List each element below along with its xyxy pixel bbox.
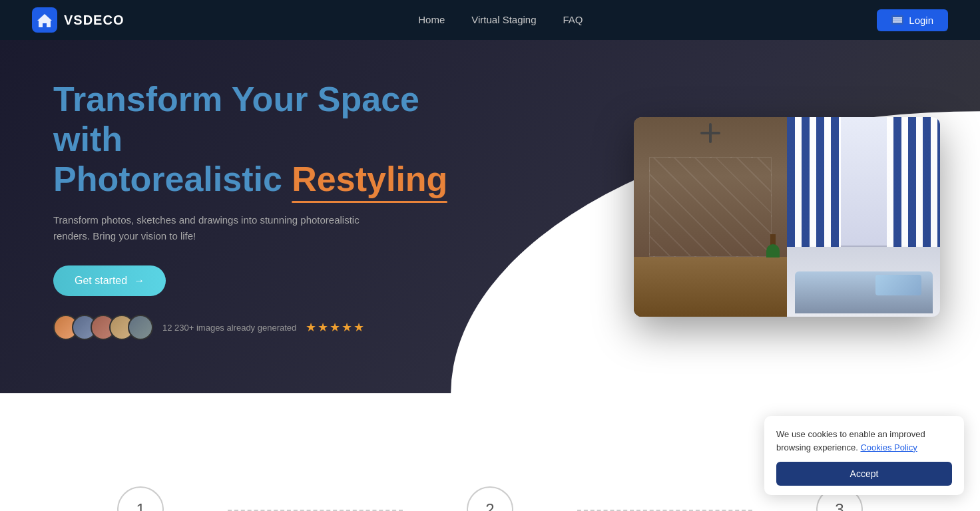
flag-icon bbox=[891, 15, 903, 25]
login-label: Login bbox=[909, 15, 933, 26]
after-image bbox=[787, 117, 940, 317]
nav-right: Login bbox=[877, 9, 948, 31]
avatar bbox=[128, 315, 153, 340]
hero-title-line1: Transform Your Space with bbox=[53, 80, 419, 158]
star-rating: ★★★★★ bbox=[306, 320, 366, 335]
cookie-banner: We use cookies to enable an improved bro… bbox=[764, 416, 964, 495]
hero-title: Transform Your Space with Photorealistic… bbox=[53, 80, 466, 199]
svg-rect-3 bbox=[893, 17, 902, 19]
sofa-area bbox=[787, 247, 940, 317]
plant bbox=[766, 234, 780, 261]
step-number-2: 2 bbox=[485, 500, 494, 511]
ceiling-fan bbox=[687, 129, 734, 137]
hero-content: Transform Your Space with Photorealistic… bbox=[53, 80, 466, 340]
step-circle-1: 1 bbox=[117, 486, 164, 511]
hero-title-highlight: Restyling bbox=[292, 160, 447, 200]
proof-text: 12 230+ images already generated bbox=[162, 323, 296, 333]
step-2: 2 Chose a style Chose from a wide range … bbox=[403, 486, 577, 511]
nav-home[interactable]: Home bbox=[418, 14, 445, 25]
before-image bbox=[634, 117, 787, 317]
svg-rect-1 bbox=[43, 23, 47, 27]
avatar-group bbox=[53, 315, 153, 340]
hero-subtitle: Transform photos, sketches and drawings … bbox=[53, 212, 386, 244]
step-1: 1 Select an image bbox=[53, 486, 228, 511]
brand: VSDECO bbox=[32, 7, 124, 33]
hero-section: Transform Your Space with Photorealistic… bbox=[0, 40, 980, 393]
login-button[interactable]: Login bbox=[877, 9, 948, 31]
accept-button[interactable]: Accept bbox=[776, 462, 952, 486]
cookie-policy-link[interactable]: Cookies Policy bbox=[860, 442, 917, 452]
step-number-3: 3 bbox=[835, 500, 844, 511]
hero-image bbox=[634, 117, 940, 317]
get-started-button[interactable]: Get started → bbox=[53, 265, 166, 296]
floor bbox=[634, 257, 787, 317]
cta-arrow: → bbox=[134, 275, 144, 287]
step-number-1: 1 bbox=[136, 500, 145, 511]
cta-label: Get started bbox=[75, 275, 127, 287]
hero-title-plain: Photorealistic bbox=[53, 160, 292, 198]
navbar: VSDECO Home Virtual Staging FAQ Login bbox=[0, 0, 980, 40]
nav-faq[interactable]: FAQ bbox=[563, 14, 583, 25]
social-proof: 12 230+ images already generated ★★★★★ bbox=[53, 315, 466, 340]
step-circle-2: 2 bbox=[467, 486, 513, 511]
house-icon bbox=[32, 7, 57, 33]
cookie-text: We use cookies to enable an improved bro… bbox=[776, 428, 952, 454]
nav-links: Home Virtual Staging FAQ bbox=[418, 14, 583, 26]
brand-name: VSDECO bbox=[64, 13, 124, 28]
nav-virtual-staging[interactable]: Virtual Staging bbox=[471, 14, 536, 25]
svg-rect-4 bbox=[893, 19, 902, 21]
svg-rect-5 bbox=[893, 21, 902, 23]
